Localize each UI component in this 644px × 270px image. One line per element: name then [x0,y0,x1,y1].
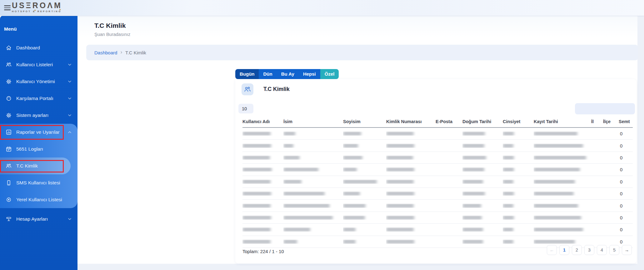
brand-name: USΞROΛM [12,2,62,9]
chevron-down-icon [67,62,72,67]
cell-isim [283,168,343,172]
cell-kimlik-numarasi [386,144,436,148]
bar-chart-icon [6,129,12,135]
pagination-prev-button[interactable]: ← [547,245,557,255]
cell-cinsiyet [503,192,534,196]
cell-kullanici-adi [242,180,283,184]
cell-semt: 0 [619,155,633,160]
chevron-up-icon [67,130,72,134]
cell-dogum-tarihi [462,168,503,172]
sidebar-item-hesap-ayarlari[interactable]: Hesap Ayarları [0,211,77,228]
cell-isim [283,228,343,232]
pagination-next-button[interactable]: → [622,245,632,255]
cell-semt: 0 [619,239,633,244]
search-input[interactable] [575,103,635,114]
sidebar-item-yerel-kullanici-listesi[interactable]: Yerel Kullanıcı Listesi [0,191,77,208]
pagination-page-2[interactable]: 2 [572,245,582,255]
cell-kimlik-numarasi [386,156,436,160]
cell-semt: 0 [619,227,633,232]
chevron-down-icon [67,79,72,84]
chevron-down-icon [67,113,72,118]
cell-kayit-tarihi [534,144,591,148]
sidebar-item-label: Kullanıcı Yönetimi [16,79,55,84]
cell-kimlik-numarasi [386,204,436,208]
sidebar-item-kullanici-yonetimi[interactable]: Kullanıcı Yönetimi [0,73,77,90]
table-row: 0 [242,128,633,140]
hamburger-menu-icon[interactable] [4,5,11,12]
tab-bu-ay[interactable]: Bu Ay [277,69,299,79]
column-header: E-Posta [436,119,462,124]
cell-kullanici-adi [242,216,283,220]
tab-hepsi[interactable]: Hepsi [299,69,320,79]
table-row: 0 [242,212,633,224]
tab-bugun[interactable]: Bugün [235,69,259,79]
table-total-label: Toplam: 224 / 1 - 10 [242,249,284,254]
page-background-strip [77,264,644,270]
main-content: T.C Kimlik Şuan Buradasınız Dashboard › … [77,16,644,270]
breadcrumb-current: T.C Kimlik [125,50,146,55]
cell-kimlik-numarasi [386,180,436,184]
sidebar: Menü Dashboard Kullanıcı Listeleri Kulla… [0,16,77,270]
card-title: T.C Kimlik [263,86,290,92]
cell-cinsiyet [503,240,534,244]
cell-soyisim [343,240,386,244]
cell-dogum-tarihi [462,216,503,220]
table-body: 0 0 [242,128,633,248]
page-subtitle: Şuan Buradasınız [94,32,130,37]
cell-soyisim [343,132,386,136]
cell-dogum-tarihi [462,144,503,148]
pagination-page-3[interactable]: 3 [584,245,594,255]
page-size-select[interactable]: 10 [238,104,253,113]
cell-semt: 0 [619,143,633,148]
sidebar-group-raporlar: Raporlar ve Uyarılar 5651 Logları T.C Ki… [0,124,77,208]
pagination: ← 1 2 3 4 5 → [547,245,632,255]
cell-kayit-tarihi [534,240,591,244]
cell-isim [283,204,343,208]
home-icon [6,45,12,51]
breadcrumb-separator-icon: › [120,49,122,55]
cell-dogum-tarihi [462,132,503,136]
users-icon [6,62,12,68]
pagination-page-5[interactable]: 5 [609,245,619,255]
gear-icon [6,78,12,85]
sidebar-item-tc-kimlik[interactable]: T.C Kimlik [0,158,71,174]
cell-soyisim [343,180,386,184]
scrollbar-track[interactable] [637,16,644,270]
cell-dogum-tarihi [462,228,503,232]
pagination-page-1[interactable]: 1 [559,245,569,255]
cell-kimlik-numarasi [386,240,436,244]
cell-soyisim [343,228,386,232]
cell-isim [283,216,343,220]
users-icon [242,83,253,95]
table-row: 0 [242,200,633,212]
column-header: Doğum Tarihi [462,119,503,124]
tab-ozel[interactable]: Özel [320,69,339,79]
breadcrumb-dashboard-link[interactable]: Dashboard [94,50,117,55]
brand-logo: USΞROΛM HOTSPOT & REPORTING [12,2,62,13]
sidebar-item-5651-loglari[interactable]: 5651 Logları [0,141,77,158]
sidebar-item-raporlar-ve-uyarilar[interactable]: Raporlar ve Uyarılar [0,124,77,141]
cell-cinsiyet [503,156,534,160]
column-header: İlçe [603,119,619,124]
sidebar-item-sistem-ayarlari[interactable]: Sistem ayarları [0,107,77,124]
cell-isim [283,240,343,244]
sidebar-item-label: Hesap Ayarları [16,216,48,222]
pagination-page-4[interactable]: 4 [597,245,607,255]
chevron-down-icon [67,96,72,101]
cell-kayit-tarihi [534,168,591,172]
date-filter-tabs: Bugün Dün Bu Ay Hepsi Özel [235,69,339,79]
cell-kimlik-numarasi [386,216,436,220]
cell-kullanici-adi [242,204,283,208]
sidebar-item-dashboard[interactable]: Dashboard [0,39,77,56]
cell-kayit-tarihi [534,180,591,184]
sidebar-item-sms-kullanici-listesi[interactable]: SMS Kullanıcı listesi [0,174,77,191]
tab-dun[interactable]: Dün [259,69,277,79]
sidebar-item-karsilama-portali[interactable]: Karşılama Portalı [0,90,77,107]
sidebar-item-label: Kullanıcı Listeleri [16,62,53,68]
cell-isim [283,156,343,160]
sidebar-item-label: 5651 Logları [16,146,43,152]
table-row: 0 [242,188,633,200]
cell-semt: 0 [619,203,633,208]
sidebar-item-kullanici-listeleri[interactable]: Kullanıcı Listeleri [0,56,77,73]
sidebar-menu-label: Menü [4,26,77,32]
